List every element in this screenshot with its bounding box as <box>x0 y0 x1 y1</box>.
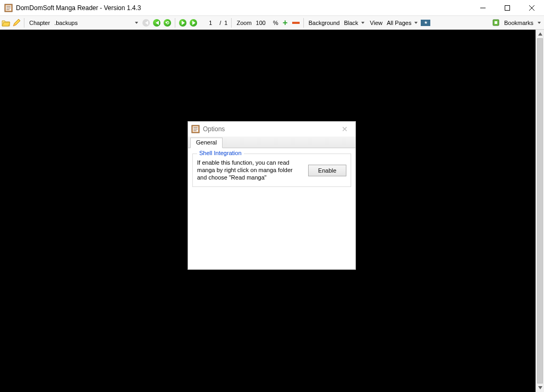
dialog-tabstrip: General <box>188 137 355 148</box>
close-button[interactable] <box>520 0 544 16</box>
chapter-dropdown-icon[interactable] <box>135 22 138 24</box>
page-separator: / <box>218 20 222 26</box>
view-dropdown-icon[interactable] <box>414 22 418 24</box>
open-folder-button[interactable] <box>1 18 11 28</box>
chapter-label: Chapter <box>27 20 52 26</box>
dialog-app-icon <box>191 125 200 133</box>
tab-general[interactable]: General <box>190 138 223 148</box>
background-value[interactable]: Black <box>343 20 359 26</box>
dialog-titlebar[interactable]: Options ✕ <box>188 122 355 137</box>
dialog-body: Shell Integration If enable this functio… <box>188 148 355 192</box>
scroll-up-button[interactable] <box>536 30 544 38</box>
svg-rect-4 <box>495 21 497 24</box>
group-legend: Shell Integration <box>197 150 244 156</box>
flag-button[interactable]: ★ <box>421 18 430 28</box>
chapter-select[interactable] <box>53 18 133 28</box>
zoom-out-button[interactable] <box>291 18 301 28</box>
shell-integration-group: Shell Integration If enable this functio… <box>192 154 351 187</box>
bookmarks-dropdown-icon[interactable] <box>538 22 541 24</box>
settings-button[interactable] <box>12 18 21 28</box>
prev-chapter-button[interactable] <box>152 18 162 28</box>
background-dropdown-icon[interactable] <box>361 22 364 24</box>
zoom-value: 100 <box>255 20 267 26</box>
last-chapter-button[interactable] <box>189 18 198 28</box>
main-toolbar: Chapter ⟲ 1 / 1 Zoom 100 % + Background … <box>0 16 544 30</box>
maximize-button[interactable] <box>495 0 520 16</box>
options-dialog: Options ✕ General Shell Integration If e… <box>188 121 356 270</box>
page-current: 1 <box>208 20 213 26</box>
viewer-area: Options ✕ General Shell Integration If e… <box>0 30 544 392</box>
zoom-label: Zoom <box>234 20 253 26</box>
dialog-close-button[interactable]: ✕ <box>337 123 352 135</box>
group-description: If enable this function, you can read ma… <box>197 159 303 181</box>
window-titlebar: DomDomSoft Manga Reader - Version 1.4.3 <box>0 0 544 16</box>
bookmarks-label[interactable]: Bookmarks <box>502 20 536 26</box>
dialog-title: Options <box>203 125 225 133</box>
first-chapter-button <box>141 18 151 28</box>
next-chapter-button[interactable] <box>178 18 188 28</box>
zoom-unit: % <box>272 20 279 26</box>
app-icon <box>4 4 13 12</box>
scroll-thumb[interactable] <box>537 38 543 384</box>
svg-rect-2 <box>505 5 510 10</box>
reload-chapter-button[interactable]: ⟲ <box>163 18 172 28</box>
window-title: DomDomSoft Manga Reader - Version 1.4.3 <box>16 4 141 12</box>
zoom-in-button[interactable]: + <box>280 18 290 28</box>
view-label: View <box>368 20 385 26</box>
minimize-button[interactable] <box>471 0 495 16</box>
page-total: 1 <box>223 20 228 26</box>
scroll-track[interactable] <box>536 38 544 384</box>
background-label: Background <box>307 20 342 26</box>
enable-button[interactable]: Enable <box>308 165 346 176</box>
vertical-scrollbar[interactable] <box>536 30 544 392</box>
bookmarks-icon[interactable] <box>491 18 501 28</box>
view-value[interactable]: All Pages <box>386 20 412 26</box>
scroll-down-button[interactable] <box>536 384 544 392</box>
